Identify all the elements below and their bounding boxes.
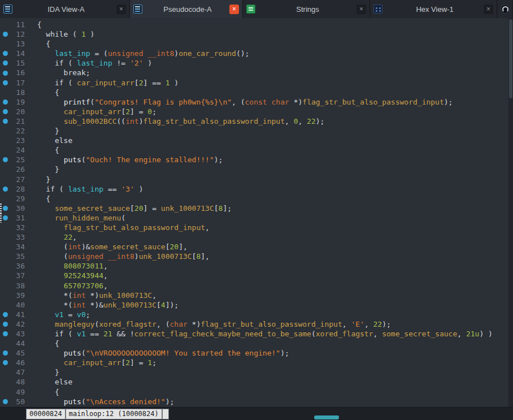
tab-extra[interactable] [497,0,513,18]
vertical-scrollbar-thumb[interactable] [509,19,512,98]
code-line-46[interactable]: 46 car_input_arr[2] = 1; [0,358,508,367]
code-line-17[interactable]: 17 if ( car_input_arr[2] == 1 ) [0,78,508,88]
breakpoint-gutter[interactable] [0,291,10,300]
breakpoint-gutter[interactable] [0,78,10,88]
code-line-12[interactable]: 12 while ( 1 ) [0,29,508,39]
code-line-11[interactable]: 11 { [0,20,508,29]
breakpoint-gutter[interactable] [0,126,10,136]
tab-ida-view-a[interactable]: IDA View-A× [0,0,130,18]
breakpoint-dot[interactable] [3,60,8,66]
code-line-14[interactable]: 14 last_inp = (unsigned __int8)one_car_r… [0,49,508,58]
code-line-20[interactable]: 20 car_input_arr[2] = 0; [0,107,508,116]
breakpoint-dot[interactable] [3,206,8,211]
breakpoint-gutter[interactable] [0,281,10,291]
breakpoint-gutter[interactable] [0,58,10,68]
breakpoint-gutter[interactable] [0,300,10,310]
tab-strings[interactable]: Strings× [243,0,370,18]
code-line-18[interactable]: 18 { [0,88,508,97]
code-line-43[interactable]: 43 if ( v1 == 21 && !correct_flag_check_… [0,329,508,339]
horizontal-scrollbar-thumb[interactable] [314,415,339,419]
tab-close-icon[interactable]: × [229,5,239,14]
breakpoint-gutter[interactable] [0,29,10,39]
breakpoint-dot[interactable] [3,71,8,76]
breakpoint-dot[interactable] [3,187,8,192]
code-line-39[interactable]: 39 *(int *)unk_1000713C, [0,291,508,300]
code-line-23[interactable]: 23 else [0,136,508,145]
tab-close-icon[interactable]: × [357,5,366,14]
breakpoint-gutter[interactable] [0,397,10,406]
breakpoint-dot[interactable] [3,312,8,317]
code-line-42[interactable]: 42 mangleguy(xored_flagstr, (char *)flag… [0,319,508,329]
tab-pseudocode-a[interactable]: Pseudocode-A× [130,0,243,18]
breakpoint-gutter[interactable] [0,203,10,213]
breakpoint-gutter[interactable] [0,339,10,348]
code-line-28[interactable]: 28 if ( last_inp == '3' ) [0,184,508,194]
breakpoint-gutter[interactable] [0,232,10,242]
code-line-15[interactable]: 15 if ( last_inp != '2' ) [0,58,508,68]
code-line-16[interactable]: 16 break; [0,68,508,77]
breakpoint-gutter[interactable] [0,252,10,261]
vertical-scrollbar[interactable] [508,18,513,408]
breakpoint-gutter[interactable] [0,387,10,397]
code-line-41[interactable]: 41 v1 = v0; [0,310,508,319]
tab-hex-view-1[interactable]: Hex View-1× [370,0,497,18]
breakpoint-gutter[interactable] [0,68,10,77]
breakpoint-gutter[interactable] [0,358,10,367]
breakpoint-gutter[interactable] [0,310,10,319]
breakpoint-dot[interactable] [3,399,8,404]
breakpoint-gutter[interactable] [0,88,10,97]
code-line-31[interactable]: 31 run_hidden_menu( [0,213,508,223]
breakpoint-dot[interactable] [3,215,8,220]
breakpoint-gutter[interactable] [0,184,10,194]
breakpoint-dot[interactable] [3,51,8,56]
breakpoint-dot[interactable] [3,32,8,37]
breakpoint-dot[interactable] [3,350,8,356]
code-line-35[interactable]: 35 (unsigned __int8)unk_1000713C[8], [0,252,508,261]
code-line-22[interactable]: 22 } [0,126,508,136]
breakpoint-gutter[interactable] [0,20,10,29]
code-line-25[interactable]: 25 puts("Ouch! The engine stalled!!!"); [0,155,508,164]
breakpoint-gutter[interactable] [0,136,10,145]
breakpoint-dot[interactable] [3,99,8,105]
code-line-34[interactable]: 34 (int)&some_secret_sauce[20], [0,242,508,252]
breakpoint-gutter[interactable] [0,377,10,387]
breakpoint-gutter[interactable] [0,145,10,155]
pseudocode-view[interactable]: 11 {12 while ( 1 )13 {14 last_inp = (uns… [0,18,508,408]
breakpoint-gutter[interactable] [0,116,10,126]
code-line-26[interactable]: 26 } [0,164,508,174]
breakpoint-dot[interactable] [3,157,8,162]
breakpoint-gutter[interactable] [0,164,10,174]
breakpoint-gutter[interactable] [0,261,10,271]
code-line-37[interactable]: 37 925243944, [0,271,508,280]
breakpoint-gutter[interactable] [0,223,10,232]
breakpoint-gutter[interactable] [0,367,10,377]
breakpoint-gutter[interactable] [0,213,10,223]
code-line-13[interactable]: 13 { [0,39,508,49]
code-line-50[interactable]: 50 puts("\nAccess denied!"); [0,397,508,406]
code-line-38[interactable]: 38 657073706, [0,281,508,291]
breakpoint-gutter[interactable] [0,107,10,116]
code-line-36[interactable]: 36 808073011, [0,261,508,271]
code-line-33[interactable]: 33 22, [0,232,508,242]
code-line-19[interactable]: 19 printf("Congrats! Flag is ph0wn{%s}\n… [0,97,508,107]
breakpoint-dot[interactable] [3,360,8,365]
breakpoint-gutter[interactable] [0,49,10,58]
breakpoint-gutter[interactable] [0,175,10,184]
breakpoint-gutter[interactable] [0,242,10,252]
code-line-27[interactable]: 27 } [0,175,508,184]
breakpoint-gutter[interactable] [0,194,10,203]
breakpoint-dot[interactable] [3,331,8,336]
code-line-24[interactable]: 24 { [0,145,508,155]
tab-close-icon[interactable]: × [116,5,126,14]
code-line-29[interactable]: 29 { [0,194,508,203]
code-line-40[interactable]: 40 *(int *)&unk_1000713C[4]); [0,300,508,310]
breakpoint-gutter[interactable] [0,39,10,49]
code-line-44[interactable]: 44 { [0,339,508,348]
code-line-49[interactable]: 49 { [0,387,508,397]
breakpoint-dot[interactable] [3,109,8,114]
tab-close-icon[interactable]: × [484,5,493,14]
code-line-47[interactable]: 47 } [0,367,508,377]
code-line-45[interactable]: 45 puts("\nVROOOOOOOOOOOOM! You started … [0,348,508,358]
breakpoint-gutter[interactable] [0,348,10,358]
breakpoint-gutter[interactable] [0,319,10,329]
